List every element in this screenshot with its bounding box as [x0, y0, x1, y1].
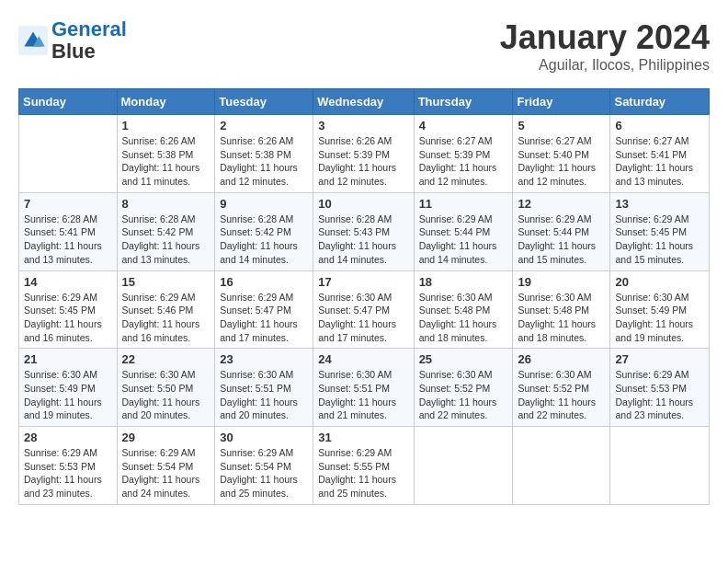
calendar-cell: 15Sunrise: 6:29 AM Sunset: 5:46 PM Dayli…: [117, 270, 215, 349]
calendar-cell: 11Sunrise: 6:29 AM Sunset: 5:44 PM Dayli…: [414, 192, 513, 270]
calendar-cell: 16Sunrise: 6:29 AM Sunset: 5:47 PM Dayli…: [215, 270, 313, 349]
calendar-cell: 27Sunrise: 6:29 AM Sunset: 5:53 PM Dayli…: [610, 349, 710, 427]
calendar-cell: 2Sunrise: 6:26 AM Sunset: 5:38 PM Daylig…: [215, 115, 313, 193]
day-number: 22: [122, 352, 210, 366]
day-number: 29: [122, 431, 210, 444]
day-number: 16: [220, 275, 308, 289]
page-header: General Blue January 2024 Aguilar, Iloco…: [18, 18, 710, 74]
day-info: Sunrise: 6:29 AM Sunset: 5:46 PM Dayligh…: [122, 291, 210, 345]
calendar-week-1: 1Sunrise: 6:26 AM Sunset: 5:38 PM Daylig…: [19, 115, 710, 193]
day-number: 27: [615, 352, 704, 366]
day-info: Sunrise: 6:29 AM Sunset: 5:53 PM Dayligh…: [24, 446, 112, 500]
day-info: Sunrise: 6:29 AM Sunset: 5:45 PM Dayligh…: [24, 291, 112, 345]
calendar-cell: 31Sunrise: 6:29 AM Sunset: 5:55 PM Dayli…: [313, 427, 414, 505]
day-number: 4: [419, 119, 508, 132]
day-number: 9: [220, 197, 308, 211]
day-number: 19: [518, 275, 605, 289]
day-number: 21: [24, 352, 112, 366]
day-number: 20: [615, 275, 704, 289]
calendar-cell: 25Sunrise: 6:30 AM Sunset: 5:52 PM Dayli…: [414, 349, 513, 427]
logo: General Blue: [18, 18, 127, 63]
day-number: 25: [419, 352, 508, 366]
day-number: 8: [122, 197, 210, 211]
day-info: Sunrise: 6:30 AM Sunset: 5:52 PM Dayligh…: [419, 368, 508, 422]
day-info: Sunrise: 6:29 AM Sunset: 5:54 PM Dayligh…: [220, 446, 308, 500]
day-info: Sunrise: 6:30 AM Sunset: 5:47 PM Dayligh…: [318, 291, 408, 345]
calendar-header: SundayMondayTuesdayWednesdayThursdayFrid…: [19, 89, 710, 115]
weekday-header-sunday: Sunday: [19, 89, 118, 115]
weekday-header-friday: Friday: [513, 89, 610, 115]
day-info: Sunrise: 6:26 AM Sunset: 5:38 PM Dayligh…: [122, 134, 210, 189]
day-info: Sunrise: 6:30 AM Sunset: 5:51 PM Dayligh…: [318, 368, 408, 422]
calendar-cell: 1Sunrise: 6:26 AM Sunset: 5:38 PM Daylig…: [117, 115, 215, 193]
day-number: 6: [615, 119, 704, 132]
day-info: Sunrise: 6:28 AM Sunset: 5:41 PM Dayligh…: [24, 213, 112, 267]
calendar-cell: [19, 115, 118, 193]
day-info: Sunrise: 6:30 AM Sunset: 5:50 PM Dayligh…: [122, 368, 210, 422]
day-number: 2: [220, 119, 308, 132]
day-number: 17: [318, 275, 408, 289]
day-info: Sunrise: 6:29 AM Sunset: 5:55 PM Dayligh…: [318, 446, 408, 500]
calendar-cell: 7Sunrise: 6:28 AM Sunset: 5:41 PM Daylig…: [19, 192, 118, 270]
calendar-cell: [414, 427, 513, 505]
day-number: 24: [318, 352, 408, 366]
day-info: Sunrise: 6:26 AM Sunset: 5:38 PM Dayligh…: [220, 134, 308, 189]
day-number: 1: [122, 119, 210, 132]
day-number: 10: [318, 197, 408, 211]
calendar-cell: 20Sunrise: 6:30 AM Sunset: 5:49 PM Dayli…: [610, 270, 710, 349]
calendar-cell: [610, 427, 710, 505]
calendar-cell: 22Sunrise: 6:30 AM Sunset: 5:50 PM Dayli…: [117, 349, 215, 427]
day-info: Sunrise: 6:29 AM Sunset: 5:45 PM Dayligh…: [615, 213, 704, 267]
day-info: Sunrise: 6:29 AM Sunset: 5:47 PM Dayligh…: [220, 291, 308, 345]
day-number: 31: [318, 431, 408, 444]
calendar-week-4: 21Sunrise: 6:30 AM Sunset: 5:49 PM Dayli…: [19, 349, 710, 427]
weekday-header-monday: Monday: [117, 89, 215, 115]
calendar-cell: 12Sunrise: 6:29 AM Sunset: 5:44 PM Dayli…: [513, 192, 610, 270]
day-number: 23: [220, 352, 308, 366]
day-info: Sunrise: 6:27 AM Sunset: 5:41 PM Dayligh…: [615, 134, 704, 189]
day-info: Sunrise: 6:30 AM Sunset: 5:49 PM Dayligh…: [615, 291, 704, 345]
calendar-cell: 10Sunrise: 6:28 AM Sunset: 5:43 PM Dayli…: [313, 192, 414, 270]
calendar-cell: 23Sunrise: 6:30 AM Sunset: 5:51 PM Dayli…: [215, 349, 313, 427]
day-info: Sunrise: 6:30 AM Sunset: 5:51 PM Dayligh…: [220, 368, 308, 422]
weekday-header-saturday: Saturday: [610, 89, 710, 115]
calendar-cell: 4Sunrise: 6:27 AM Sunset: 5:39 PM Daylig…: [414, 115, 513, 193]
calendar-cell: 30Sunrise: 6:29 AM Sunset: 5:54 PM Dayli…: [215, 427, 313, 505]
calendar-cell: 14Sunrise: 6:29 AM Sunset: 5:45 PM Dayli…: [19, 270, 118, 349]
day-number: 30: [220, 431, 308, 444]
calendar-week-5: 28Sunrise: 6:29 AM Sunset: 5:53 PM Dayli…: [19, 427, 710, 505]
calendar-cell: 26Sunrise: 6:30 AM Sunset: 5:52 PM Dayli…: [513, 349, 610, 427]
logo-icon: [18, 26, 48, 55]
title-block: January 2024 Aguilar, Ilocos, Philippine…: [500, 18, 710, 74]
weekday-header-row: SundayMondayTuesdayWednesdayThursdayFrid…: [19, 89, 710, 115]
day-number: 11: [419, 197, 508, 211]
calendar-cell: 21Sunrise: 6:30 AM Sunset: 5:49 PM Dayli…: [19, 349, 118, 427]
day-number: 13: [615, 197, 704, 211]
calendar-cell: 18Sunrise: 6:30 AM Sunset: 5:48 PM Dayli…: [414, 270, 513, 349]
calendar-cell: 19Sunrise: 6:30 AM Sunset: 5:48 PM Dayli…: [513, 270, 610, 349]
day-number: 18: [419, 275, 508, 289]
calendar-cell: 9Sunrise: 6:28 AM Sunset: 5:42 PM Daylig…: [215, 192, 313, 270]
calendar-cell: 5Sunrise: 6:27 AM Sunset: 5:40 PM Daylig…: [513, 115, 610, 193]
day-number: 14: [24, 275, 112, 289]
day-info: Sunrise: 6:26 AM Sunset: 5:39 PM Dayligh…: [318, 134, 408, 189]
month-title: January 2024: [500, 18, 710, 57]
calendar-week-2: 7Sunrise: 6:28 AM Sunset: 5:41 PM Daylig…: [19, 192, 710, 270]
day-number: 15: [122, 275, 210, 289]
calendar-cell: 8Sunrise: 6:28 AM Sunset: 5:42 PM Daylig…: [117, 192, 215, 270]
day-info: Sunrise: 6:29 AM Sunset: 5:44 PM Dayligh…: [518, 213, 605, 267]
day-info: Sunrise: 6:29 AM Sunset: 5:54 PM Dayligh…: [122, 446, 210, 500]
day-info: Sunrise: 6:30 AM Sunset: 5:52 PM Dayligh…: [518, 368, 605, 422]
calendar-cell: 29Sunrise: 6:29 AM Sunset: 5:54 PM Dayli…: [117, 427, 215, 505]
calendar-cell: 17Sunrise: 6:30 AM Sunset: 5:47 PM Dayli…: [313, 270, 414, 349]
calendar-table: SundayMondayTuesdayWednesdayThursdayFrid…: [18, 88, 710, 505]
day-number: 28: [24, 431, 112, 444]
calendar-cell: 28Sunrise: 6:29 AM Sunset: 5:53 PM Dayli…: [19, 427, 118, 505]
weekday-header-tuesday: Tuesday: [215, 89, 313, 115]
calendar-cell: [513, 427, 610, 505]
day-number: 5: [518, 119, 605, 132]
day-info: Sunrise: 6:28 AM Sunset: 5:43 PM Dayligh…: [318, 213, 408, 267]
day-number: 7: [24, 197, 112, 211]
day-info: Sunrise: 6:27 AM Sunset: 5:40 PM Dayligh…: [518, 134, 605, 189]
day-info: Sunrise: 6:30 AM Sunset: 5:49 PM Dayligh…: [24, 368, 112, 422]
